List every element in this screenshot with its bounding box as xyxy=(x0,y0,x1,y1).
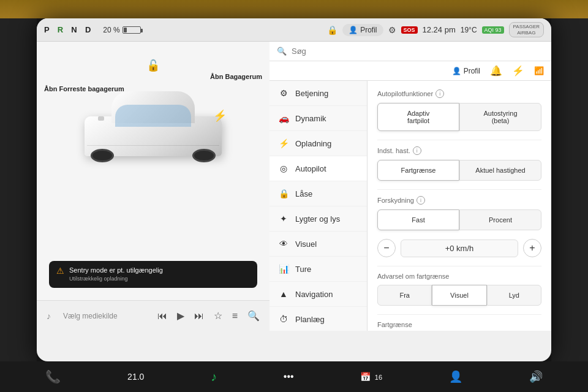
media-bar: ♪ Vælg mediekilde ⏮ ▶ ⏭ ☆ ≡ 🔍 xyxy=(37,300,270,331)
calendar-icon: 📅 xyxy=(360,372,371,382)
betjening-icon: ⚙ xyxy=(278,88,289,98)
navigation-icon: ▲ xyxy=(278,289,289,299)
search-bar: 🔍 xyxy=(270,42,551,61)
next-track-button[interactable]: ⏭ xyxy=(194,311,204,322)
lyd-button[interactable]: Lyd xyxy=(487,285,541,306)
profile-bar-label: Profil xyxy=(464,67,480,75)
ture-icon: 📊 xyxy=(278,264,289,274)
section3-label: Forskydning xyxy=(377,197,414,204)
section2-info-icon[interactable]: i xyxy=(413,146,421,155)
hast-group: Fartgrænse Aktuel hastighed xyxy=(377,160,541,181)
menu-item-autopilot[interactable]: ◎ Autopilot xyxy=(270,156,367,181)
calendar-badge[interactable]: 📅 16 xyxy=(360,371,382,382)
prev-track-button[interactable]: ⏮ xyxy=(157,311,167,322)
phone-icon[interactable]: 📞 xyxy=(45,369,61,384)
aqi-badge: AQI 93 xyxy=(482,26,504,34)
profile-bar-item[interactable]: 👤 Profil xyxy=(452,67,480,75)
speed-increase-button[interactable]: + xyxy=(523,239,541,257)
menu-item-opladning[interactable]: ⚡ Opladning xyxy=(270,131,367,156)
procent-button[interactable]: Procent xyxy=(459,209,541,230)
equalizer-button[interactable]: ≡ xyxy=(232,311,238,322)
front-baggage-label[interactable]: Åbn Forreste bagagerum xyxy=(44,85,124,94)
bluetooth-icon[interactable]: ⚡ xyxy=(512,65,524,77)
menu-item-lygter[interactable]: ✦ Lygter og lys xyxy=(270,206,367,232)
betjening-label: Betjening xyxy=(295,89,328,98)
adaptiv-fartpilot-button[interactable]: Adaptivfartpilot xyxy=(377,103,459,131)
favorite-button[interactable]: ☆ xyxy=(214,310,222,322)
advarsel-group: Fra Visuel Lyd xyxy=(377,285,541,306)
profile-label: Profil xyxy=(360,26,377,34)
menu-item-dynamik[interactable]: 🚗 Dynamik xyxy=(270,106,367,131)
car-lock-icon: 🔓 xyxy=(146,59,160,72)
media-controls: ⏮ ▶ ⏭ ☆ ≡ 🔍 xyxy=(157,310,260,322)
avatar-icon[interactable]: 👤 xyxy=(449,370,462,383)
battery-bar xyxy=(123,26,141,34)
menu-item-laase[interactable]: 🔒 Låse xyxy=(270,181,367,206)
speed-decrease-button[interactable]: − xyxy=(377,239,396,257)
car-view-area: Åbn Forreste bagagerum Åbn Bagagerum 🔓 ⚡ xyxy=(37,42,270,300)
menu-item-visuel[interactable]: 👁 Visuel xyxy=(270,232,367,257)
section5-label: Fartgrænse xyxy=(377,321,412,328)
profile-icon: 👤 xyxy=(349,26,358,34)
menu-item-betjening[interactable]: ⚙ Betjening xyxy=(270,81,367,106)
media-source-label[interactable]: Vælg mediekilde xyxy=(63,312,145,320)
section-forskydning-title: Forskydning i xyxy=(377,196,541,205)
menu-item-planlaeg[interactable]: ⏱ Planlæg xyxy=(270,307,367,331)
planlaeg-label: Planlæg xyxy=(295,315,325,324)
opladning-label: Opladning xyxy=(295,139,331,148)
menu-list: ⚙ Betjening 🚗 Dynamik ⚡ Opladning ◎ Auto… xyxy=(270,81,368,331)
spotify-icon[interactable]: ♪ xyxy=(211,370,217,384)
door-line xyxy=(87,145,219,146)
navigation-label: Navigation xyxy=(295,290,333,299)
profile-button[interactable]: 👤 Profil xyxy=(342,24,383,36)
dots-icon[interactable]: ••• xyxy=(284,371,294,382)
dynamik-label: Dynamik xyxy=(295,114,326,123)
ambient-right xyxy=(551,18,588,361)
forskydning-group: Fast Procent xyxy=(377,209,541,230)
menu-item-navigation[interactable]: ▲ Navigation xyxy=(270,282,367,307)
speed-value-display: +0 km/h xyxy=(401,239,518,257)
laase-label: Låse xyxy=(295,189,312,198)
volume-icon[interactable]: 🔊 xyxy=(529,370,543,383)
passenger-airbag-badge: PASSAGERAIRBAG xyxy=(509,22,544,37)
divider3 xyxy=(377,266,541,266)
battery-fill xyxy=(124,28,127,32)
sentry-warning: ⚠ Sentry mode er pt. utilgængelig Utilst… xyxy=(49,261,257,288)
sos-badge[interactable]: SOS xyxy=(401,26,418,34)
status-bar: P R N D 20 % 🔒 👤 Profil ⚙ SOS 12.24 pm 1… xyxy=(37,18,551,42)
profile-bar-icon: 👤 xyxy=(452,67,461,75)
lygter-icon: ✦ xyxy=(278,214,289,224)
taskbar: 📞 21.0 ♪ ••• 📅 16 👤 🔊 xyxy=(0,361,588,392)
ture-label: Ture xyxy=(295,265,311,274)
divider1 xyxy=(377,140,541,140)
temp-label: 21.0 xyxy=(127,372,144,382)
wifi-icon: ⚙ xyxy=(388,25,396,35)
section3-info-icon[interactable]: i xyxy=(417,196,425,205)
sentry-title: Sentry mode er pt. utilgængelig xyxy=(69,266,163,275)
divider4 xyxy=(377,314,541,315)
fra-button[interactable]: Fra xyxy=(377,285,432,306)
play-button[interactable]: ▶ xyxy=(177,310,184,322)
section-autopilot-title: Autopilotfunktioner i xyxy=(377,89,541,98)
section1-info-icon[interactable]: i xyxy=(435,89,444,98)
notification-icon[interactable]: 🔔 xyxy=(490,65,502,77)
section-hast-title: Indst. hast. i xyxy=(377,146,541,155)
fast-button[interactable]: Fast xyxy=(377,209,459,230)
menu-item-ture[interactable]: 📊 Ture xyxy=(270,257,367,282)
visuel-button[interactable]: Visuel xyxy=(432,285,486,306)
autopilot-label: Autopilot xyxy=(295,164,326,173)
autostyring-button[interactable]: Autostyring(beta) xyxy=(459,103,541,131)
fartgraense-button[interactable]: Fartgrænse xyxy=(377,160,459,181)
right-section: 🔍 👤 Profil 🔔 ⚡ 📶 ⚙ xyxy=(270,42,551,331)
music-note-icon: ♪ xyxy=(47,311,51,321)
sentry-subtitle: Utilstrækkelig opladning xyxy=(69,275,163,283)
autopilot-function-group: Adaptivfartpilot Autostyring(beta) xyxy=(377,103,541,131)
rear-baggage-label[interactable]: Åbn Bagagerum xyxy=(210,72,262,81)
search-input[interactable] xyxy=(292,47,544,56)
aktuel-hastighed-button[interactable]: Aktuel hastighed xyxy=(459,160,541,181)
search-media-button[interactable]: 🔍 xyxy=(247,310,260,322)
main-content: Åbn Forreste bagagerum Åbn Bagagerum 🔓 ⚡ xyxy=(37,42,551,331)
rear-wheel xyxy=(192,149,216,162)
charging-lightning-icon: ⚡ xyxy=(213,109,227,123)
divider2 xyxy=(377,189,541,190)
